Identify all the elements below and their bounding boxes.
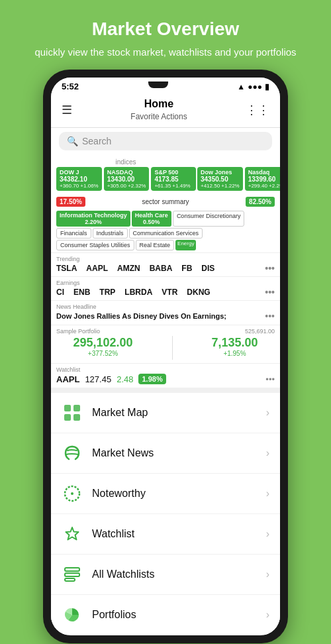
earn-trp[interactable]: TRP [99, 288, 115, 297]
trend-tsla[interactable]: TSLA [56, 264, 77, 273]
idx-name-dow: DOW J [60, 169, 99, 176]
page-header: Market Overview quickly view the stock m… [21, 0, 309, 70]
wl-more-dots[interactable]: ••• [265, 374, 275, 384]
page-subtitle: quickly view the stock market, watchlist… [34, 45, 296, 59]
chip-cd[interactable]: Consumer Discretionary [173, 211, 245, 227]
trending-more-dots[interactable]: ••• [265, 263, 275, 274]
menu-item-watchlist[interactable]: Watchlist › [51, 514, 280, 554]
menu-label-market-news: Market News [92, 447, 266, 459]
future-dj[interactable]: Dow Jones 34350.50 +412.50 +1.22% [197, 167, 243, 191]
idx-val-nasdaq: 13430.00 [107, 176, 146, 183]
chip-energy[interactable]: Energy [175, 240, 196, 250]
chip-fin[interactable]: Financials [56, 228, 91, 239]
chip-ind[interactable]: Industrials [93, 228, 128, 239]
portfolio-header: Sample Portfolio 525,691.00 [56, 328, 275, 335]
menu-chevron-all-watchlists: › [266, 568, 269, 580]
fut-name-nasdaq: Nasdaq [248, 169, 280, 176]
noteworthy-icon [62, 483, 83, 504]
menu-item-portfolios[interactable]: Portfolios › [51, 595, 280, 635]
menu-item-market-map[interactable]: Market Map › [51, 393, 280, 433]
news-section: News Headline Dow Jones Rallies As Disne… [51, 300, 280, 325]
battery-icon: ▮ [265, 82, 269, 91]
news-row: Dow Jones Rallies As Disney Dives On Ear… [56, 311, 275, 321]
svg-rect-2 [64, 414, 71, 421]
sector-bar: 17.50% sector summary 82.50% [51, 195, 280, 209]
phone-screen: 5:52 ▲ ●●● ▮ ☰ Home Favorite Actions ⋮⋮ … [51, 78, 280, 635]
portfolio-label: Sample Portfolio [56, 328, 100, 335]
page-title: Market Overview [34, 19, 296, 40]
nav-left-icon[interactable]: ☰ [62, 103, 72, 117]
nav-home-title: Home [72, 98, 246, 110]
news-text[interactable]: Dow Jones Rallies As Disney Dives On Ear… [56, 312, 226, 320]
search-input[interactable]: 🔍 Search [59, 132, 272, 150]
chip-re[interactable]: Real Estate [136, 240, 175, 250]
chip-it[interactable]: Information Technology 2.20% [56, 211, 130, 227]
index-dow[interactable]: DOW J 34382.10 +360.70 +1.06% [56, 167, 102, 191]
news-more-dots[interactable]: ••• [265, 311, 275, 321]
portfolio-right-label: 525,691.00 [245, 328, 275, 335]
watchlist-label: Watchlist [56, 366, 275, 373]
trend-baba[interactable]: BABA [150, 264, 173, 273]
earnings-section: Earnings CI ENB TRP LBRDA VTR DKNG ••• [51, 276, 280, 300]
chip-hc[interactable]: Health Care 0.50% [132, 211, 171, 227]
wifi-icon: ▲ [237, 82, 245, 91]
svg-rect-0 [64, 405, 71, 411]
nav-subtitle: Favorite Actions [130, 112, 187, 121]
menu-item-noteworthy[interactable]: Noteworthy › [51, 474, 280, 513]
trend-amzn[interactable]: AMZN [117, 264, 140, 273]
nav-title: Home Favorite Actions [72, 98, 246, 122]
wl-change: 2.48 [117, 374, 133, 384]
menu-chevron-portfolios: › [266, 609, 269, 621]
portfolio-val1: 295,102.00 +377.52% [73, 336, 132, 357]
trend-dis[interactable]: DIS [201, 264, 214, 273]
idx-name-sp500: S&P 500 [154, 169, 193, 176]
port-divider [172, 336, 173, 360]
fut-name-dj: Dow Jones [201, 169, 240, 176]
wl-price: 127.45 [85, 374, 111, 384]
earn-enb[interactable]: ENB [73, 288, 90, 297]
indices-label: indices [56, 158, 195, 166]
search-icon: 🔍 [67, 136, 78, 146]
futures-label: futures [197, 158, 280, 166]
indices-group: indices DOW J 34382.10 +360.70 +1.06% NA… [56, 158, 195, 191]
menu-chevron-market-news: › [266, 447, 269, 459]
menu-label-portfolios: Portfolios [92, 609, 266, 621]
earn-dkng[interactable]: DKNG [187, 288, 210, 297]
indices-cards: DOW J 34382.10 +360.70 +1.06% NASDAQ 134… [56, 167, 195, 191]
menu-label-noteworthy: Noteworthy [92, 488, 266, 500]
future-nasdaq[interactable]: Nasdaq 13399.60 +299.40 +2.29% [245, 167, 280, 191]
port-sub2: +1.95% [223, 350, 246, 357]
chip-hc-value: 0.50% [143, 219, 160, 225]
earnings-more-dots[interactable]: ••• [265, 287, 275, 297]
futures-cards: Dow Jones 34350.50 +412.50 +1.22% Nasdaq… [197, 167, 280, 191]
earn-ci[interactable]: CI [56, 288, 64, 297]
search-placeholder: Search [82, 136, 111, 146]
chip-comm[interactable]: Communication Services [129, 228, 203, 239]
index-nasdaq[interactable]: NASDAQ 13430.00 +305.00 +2.32% [104, 167, 150, 191]
sector-green-pct: 82.50% [246, 197, 275, 207]
earn-vtr[interactable]: VTR [162, 288, 177, 297]
svg-rect-3 [73, 414, 80, 421]
trend-fb[interactable]: FB [181, 264, 192, 273]
earn-lbrda[interactable]: LBRDA [124, 288, 152, 297]
index-sp500[interactable]: S&P 500 4173.85 +61.35 +1.49% [151, 167, 196, 191]
fut-val-dj: 34350.50 [201, 176, 240, 183]
chip-csu[interactable]: Consumer Staples Utilities [56, 240, 134, 250]
menu-label-all-watchlists: All Watchlists [92, 568, 266, 580]
market-news-icon [62, 443, 83, 464]
svg-rect-7 [65, 573, 79, 576]
port-sub1: +377.52% [88, 350, 118, 357]
menu-item-all-watchlists[interactable]: All Watchlists › [51, 555, 280, 594]
nav-right-icon[interactable]: ⋮⋮ [246, 103, 269, 117]
menu-section: Market Map › Market News › [51, 388, 280, 635]
signal-icon: ●●● [248, 82, 262, 91]
wl-symbol[interactable]: AAPL [56, 374, 79, 384]
menu-item-market-news[interactable]: Market News › [51, 433, 280, 473]
trend-aapl[interactable]: AAPL [86, 264, 108, 273]
sector-red-pct: 17.50% [56, 197, 85, 207]
sector-chips: Information Technology 2.20% Health Care… [51, 209, 280, 252]
menu-label-market-map: Market Map [92, 407, 266, 419]
port-main1: 295,102.00 [73, 336, 132, 350]
earnings-label: Earnings [56, 280, 275, 286]
menu-chevron-market-map: › [266, 407, 269, 419]
